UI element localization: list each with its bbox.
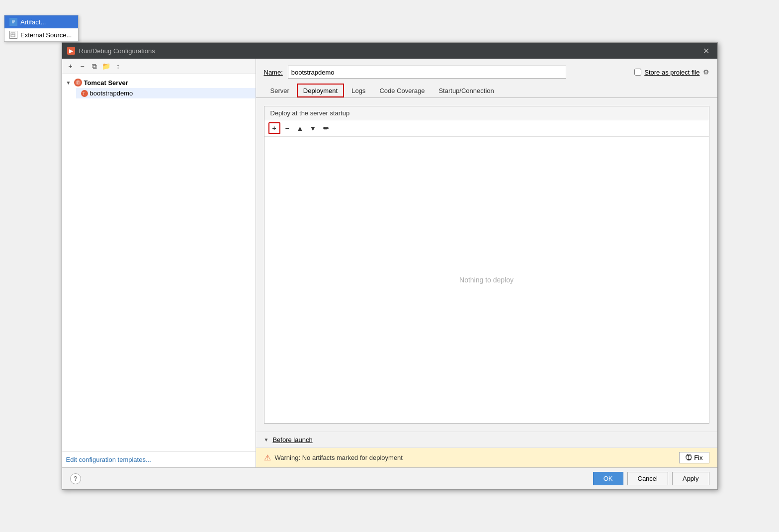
close-button[interactable]: ✕: [700, 45, 712, 57]
nothing-to-deploy-text: Nothing to deploy: [459, 276, 514, 284]
bootstrapdemo-label: bootstrapdemo: [90, 89, 133, 97]
main-content: Name: Store as project file ⚙ Server Dep…: [256, 59, 717, 467]
config-tree: ▼ T Tomcat Server: [62, 74, 256, 451]
tree-children: T bootstrapdemo: [62, 88, 256, 98]
sort-config-button[interactable]: ↕: [113, 61, 124, 72]
edit-config-templates-link[interactable]: Edit configuration templates...: [66, 456, 151, 463]
fix-button[interactable]: ⓵ Fix: [679, 452, 709, 463]
store-project-label: Store as project file: [644, 69, 699, 76]
before-launch-section: ▼ Before launch: [256, 432, 717, 447]
tab-logs[interactable]: Logs: [345, 84, 372, 97]
svg-text:T: T: [83, 92, 85, 95]
store-project-gear-icon[interactable]: ⚙: [703, 68, 709, 76]
tab-deployment[interactable]: Deployment: [297, 84, 344, 97]
tomcat-server-label: Tomcat Server: [84, 79, 128, 87]
name-row: Name: Store as project file ⚙: [256, 59, 717, 84]
tab-startup-connection[interactable]: Startup/Connection: [432, 84, 500, 97]
bootstrapdemo-item[interactable]: T bootstrapdemo: [76, 88, 256, 98]
move-down-deploy-button[interactable]: ▼: [307, 122, 319, 134]
remove-config-button[interactable]: −: [77, 61, 88, 72]
svg-text:T: T: [77, 81, 79, 85]
title-bar: ▶ Run/Debug Configurations ✕: [62, 43, 717, 59]
fix-label: Fix: [694, 454, 702, 461]
run-debug-dialog: ▶ Run/Debug Configurations ✕ + − ⧉ 📁 ↕ ▼: [62, 42, 718, 490]
warning-text: Warning: No artifacts marked for deploym…: [275, 454, 676, 461]
before-launch-label: Before launch: [272, 436, 312, 443]
fix-icon: ⓵: [686, 454, 692, 461]
tomcat-icon: T: [74, 79, 82, 87]
add-config-button[interactable]: +: [65, 61, 76, 72]
move-up-deploy-button[interactable]: ▲: [294, 122, 306, 134]
ok-button[interactable]: OK: [593, 472, 623, 485]
tabs-bar: Server Deployment Logs Code Coverage Sta…: [256, 84, 717, 98]
sidebar-footer: Edit configuration templates...: [62, 451, 256, 467]
before-launch-arrow-icon[interactable]: ▼: [264, 437, 269, 443]
add-deploy-button[interactable]: +: [268, 122, 280, 134]
tab-server[interactable]: Server: [264, 84, 296, 97]
name-input[interactable]: [288, 66, 566, 79]
sidebar: + − ⧉ 📁 ↕ ▼ T Tomcat: [62, 59, 256, 467]
dialog-body: + − ⧉ 📁 ↕ ▼ T Tomcat: [62, 59, 717, 467]
tab-code-coverage[interactable]: Code Coverage: [373, 84, 431, 97]
app-icon: ▶: [67, 47, 75, 55]
deploy-toolbar: + − ▲ ▼ ✏: [264, 120, 709, 137]
remove-deploy-button[interactable]: −: [281, 122, 293, 134]
edit-deploy-button[interactable]: ✏: [320, 122, 332, 134]
cancel-button[interactable]: Cancel: [627, 472, 668, 485]
tab-content: Deploy at the server startup + − ▲ ▼ ✏: [256, 98, 717, 432]
deploy-area: Nothing to deploy: [264, 137, 709, 423]
warning-icon: ⚠: [264, 453, 271, 462]
copy-config-button[interactable]: ⧉: [89, 61, 100, 72]
deploy-group-legend: Deploy at the server startup: [264, 106, 709, 120]
help-button[interactable]: ?: [70, 473, 81, 484]
title-bar-left: ▶ Run/Debug Configurations: [67, 47, 155, 55]
tree-arrow-icon: ▼: [66, 80, 72, 86]
dialog-title: Run/Debug Configurations: [79, 47, 155, 55]
warning-bar: ⚠ Warning: No artifacts marked for deplo…: [256, 447, 717, 467]
dialog-footer: ? OK Cancel Apply: [62, 467, 717, 489]
name-label: Name:: [264, 69, 283, 76]
store-project-row: Store as project file ⚙: [634, 68, 709, 76]
store-project-checkbox[interactable]: [634, 69, 641, 76]
bootstrapdemo-icon: T: [81, 90, 88, 97]
sidebar-toolbar: + − ⧉ 📁 ↕: [62, 59, 256, 74]
folder-config-button[interactable]: 📁: [101, 61, 112, 72]
deploy-legend-text: Deploy at the server startup: [270, 109, 350, 117]
tomcat-server-item[interactable]: ▼ T Tomcat Server: [62, 77, 256, 88]
tomcat-server-group: ▼ T Tomcat Server: [62, 76, 256, 99]
apply-button[interactable]: Apply: [672, 472, 709, 485]
deploy-group: Deploy at the server startup + − ▲ ▼ ✏: [264, 106, 709, 424]
